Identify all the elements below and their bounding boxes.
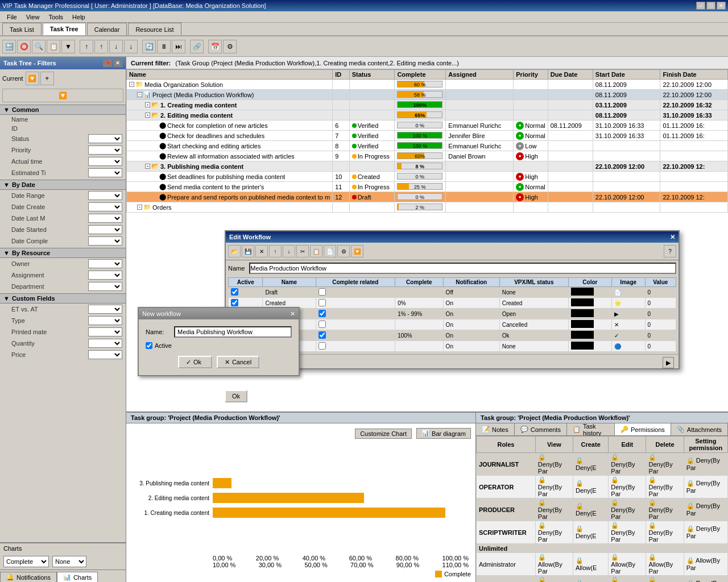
charts-complete-select[interactable]: Complete bbox=[3, 556, 49, 567]
col-priority[interactable]: Priority bbox=[514, 70, 548, 80]
wf-color-swatch[interactable] bbox=[571, 342, 594, 350]
filter-owner-select[interactable] bbox=[88, 259, 122, 268]
col-assigned[interactable]: Assigned bbox=[446, 70, 514, 80]
wf-copy-btn[interactable]: 📋 bbox=[310, 245, 322, 257]
wf-complete-rel-checkbox[interactable] bbox=[318, 310, 326, 317]
filter-close-btn[interactable]: ✕ bbox=[113, 59, 122, 67]
wf-complete-rel-checkbox[interactable] bbox=[318, 342, 326, 350]
wf-paste-btn[interactable]: 📄 bbox=[324, 245, 336, 257]
close-button[interactable]: ✕ bbox=[717, 2, 726, 10]
maximize-button[interactable]: □ bbox=[706, 2, 715, 10]
filter-assignment-select[interactable] bbox=[88, 271, 122, 280]
filter-date-create-select[interactable] bbox=[88, 202, 122, 211]
filter-priority-select[interactable] bbox=[88, 146, 122, 155]
wf-complete-rel-checkbox[interactable] bbox=[318, 299, 326, 306]
expand-icon[interactable]: - bbox=[145, 102, 150, 107]
section-by-resource[interactable]: ▼ By Resource bbox=[0, 248, 126, 258]
tab-comments[interactable]: 💬 Comments bbox=[515, 423, 567, 435]
wf-active-checkbox[interactable] bbox=[231, 288, 238, 296]
toolbar-btn-2[interactable]: ⭕ bbox=[17, 40, 31, 53]
tab-charts[interactable]: 📊 Charts bbox=[57, 572, 98, 582]
toolbar-btn-calendar[interactable]: 📅 bbox=[208, 40, 222, 53]
wf-props-btn[interactable]: ⚙ bbox=[337, 245, 350, 257]
filter-printed-select[interactable] bbox=[88, 327, 122, 336]
toolbar-btn-11[interactable]: 🔗 bbox=[190, 40, 204, 53]
tab-task-history[interactable]: 📋 Task history bbox=[567, 423, 615, 435]
toolbar-btn-10[interactable]: ⏭ bbox=[172, 40, 185, 53]
wf-complete-rel-checkbox[interactable] bbox=[318, 288, 326, 296]
wf-delete-btn[interactable]: ✕ bbox=[255, 245, 268, 257]
toolbar-btn-12[interactable]: ⚙ bbox=[223, 40, 237, 53]
tab-calendar[interactable]: Calendar bbox=[87, 23, 127, 35]
toolbar-btn-5[interactable]: ↑ bbox=[80, 40, 93, 53]
tab-permissions[interactable]: 🔑 Permissions bbox=[615, 423, 671, 435]
filter-type-select[interactable] bbox=[88, 316, 122, 325]
filter-pin-btn[interactable]: 📌 bbox=[103, 59, 112, 67]
wf-complete-rel-checkbox[interactable] bbox=[318, 331, 326, 339]
filter-quantity-select[interactable] bbox=[88, 339, 122, 348]
wf-cut-btn[interactable]: ✂ bbox=[296, 245, 309, 257]
roles-col-delete[interactable]: Delete bbox=[646, 436, 684, 453]
tab-task-tree[interactable]: Task Tree bbox=[43, 23, 86, 35]
new-workflow-close-icon[interactable]: ✕ bbox=[290, 310, 295, 318]
section-by-date[interactable]: ▼ By Date bbox=[0, 180, 126, 190]
roles-col-edit[interactable]: Edit bbox=[609, 436, 646, 453]
expand-icon[interactable]: - bbox=[129, 82, 134, 87]
roles-col-create[interactable]: Create bbox=[573, 436, 609, 453]
tab-attachments[interactable]: 📎 Attachments bbox=[671, 423, 728, 435]
filter-department-select[interactable] bbox=[88, 282, 122, 291]
toolbar-btn-filter[interactable]: ▼ bbox=[61, 40, 75, 53]
col-id[interactable]: ID bbox=[333, 70, 349, 80]
section-custom-fields[interactable]: ▼ Custom Fields bbox=[0, 293, 126, 304]
toolbar-btn-3[interactable]: 🔍 bbox=[32, 40, 46, 53]
filter-actual-time-select[interactable] bbox=[88, 157, 122, 166]
expand-icon[interactable]: - bbox=[137, 92, 142, 97]
col-name[interactable]: Name bbox=[127, 70, 333, 80]
wf-color-swatch[interactable] bbox=[571, 331, 594, 339]
minimize-button[interactable]: ─ bbox=[696, 2, 705, 10]
tab-notes[interactable]: 📝 Notes bbox=[476, 423, 515, 435]
col-start-date[interactable]: Start Date bbox=[593, 70, 660, 80]
edit-workflow-close[interactable]: ✕ bbox=[670, 234, 675, 241]
wf-color-swatch[interactable] bbox=[571, 298, 594, 306]
roles-col-setting-permission[interactable]: Setting permission bbox=[684, 436, 727, 453]
section-common[interactable]: ▼ Common bbox=[0, 105, 126, 115]
new-workflow-name-input[interactable] bbox=[174, 326, 292, 338]
col-finish-date[interactable]: Finish Date bbox=[660, 70, 728, 80]
wf-complete-rel-checkbox[interactable] bbox=[318, 321, 326, 328]
wf-color-swatch[interactable] bbox=[571, 320, 594, 328]
filter-etat-select[interactable] bbox=[88, 305, 122, 314]
new-workflow-ok-button[interactable]: ✓ Ok bbox=[178, 356, 212, 368]
wf-arrow-btn[interactable]: ▶ bbox=[663, 357, 674, 368]
new-workflow-cancel-button[interactable]: ✕ Cancel bbox=[217, 356, 259, 368]
menu-help[interactable]: Help bbox=[68, 13, 90, 22]
col-complete[interactable]: Complete bbox=[395, 70, 446, 80]
wf-active-checkbox[interactable] bbox=[231, 299, 238, 306]
filter-action-btn[interactable]: 🔽 bbox=[2, 89, 123, 102]
expand-icon[interactable]: - bbox=[145, 113, 150, 118]
menu-view[interactable]: View bbox=[22, 13, 44, 22]
charts-none-select[interactable]: None bbox=[52, 556, 86, 567]
toolbar-btn-1[interactable]: 🔙 bbox=[2, 40, 16, 53]
tab-notifications[interactable]: 🔔 Notifications bbox=[0, 572, 57, 582]
wf-save-btn[interactable]: 💾 bbox=[242, 245, 254, 257]
filter-estimated-select[interactable] bbox=[88, 168, 122, 177]
tab-resource-list[interactable]: Resource List bbox=[128, 23, 181, 35]
filter-date-range-select[interactable] bbox=[88, 191, 122, 200]
menu-file[interactable]: File bbox=[2, 13, 22, 22]
filter-funnel-icon[interactable]: 🔽 bbox=[26, 72, 39, 85]
toolbar-btn-6[interactable]: ↑ bbox=[94, 40, 108, 53]
roles-col-roles[interactable]: Roles bbox=[477, 436, 536, 453]
new-workflow-active-checkbox[interactable] bbox=[146, 342, 152, 349]
filter-price-select[interactable] bbox=[88, 350, 122, 359]
filter-date-comple-select[interactable] bbox=[88, 236, 122, 246]
wf-misc-btn[interactable]: 🔽 bbox=[351, 245, 363, 257]
customize-chart-button[interactable]: Customize Chart bbox=[355, 429, 412, 439]
filter-date-lastm-select[interactable] bbox=[88, 214, 122, 223]
tab-task-list[interactable]: Task List bbox=[2, 23, 42, 35]
wf-color-swatch[interactable] bbox=[571, 288, 594, 296]
workflow-name-input[interactable] bbox=[249, 263, 676, 274]
wf-up-btn[interactable]: ↑ bbox=[269, 245, 282, 257]
wf-help-btn[interactable]: ? bbox=[664, 245, 676, 257]
ok-small-button[interactable]: Ok bbox=[225, 390, 247, 402]
